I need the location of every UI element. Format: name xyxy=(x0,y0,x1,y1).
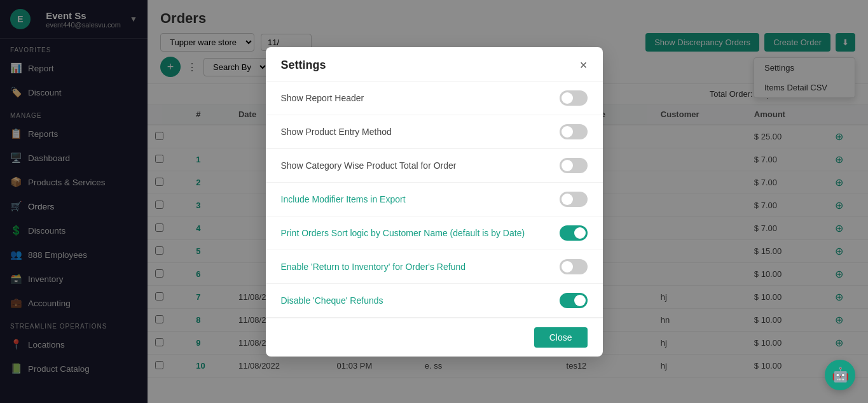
toggle-show-category-wise[interactable] xyxy=(560,158,588,173)
settings-label: Include Modifier Items in Export xyxy=(281,194,406,204)
settings-row-enable-return-inventory: Enable 'Return to Inventory' for Order's… xyxy=(266,250,603,284)
settings-modal: Settings × Show Report Header Show Produ… xyxy=(266,47,603,357)
settings-label: Enable 'Return to Inventory' for Order's… xyxy=(281,262,466,272)
settings-row-include-modifier: Include Modifier Items in Export xyxy=(266,183,603,216)
toggle-disable-cheque-refunds[interactable] xyxy=(560,293,588,308)
settings-label: Disable 'Cheque' Refunds xyxy=(281,295,383,306)
modal-title: Settings xyxy=(281,59,326,72)
settings-label: Show Category Wise Product Total for Ord… xyxy=(281,160,457,171)
toggle-enable-return-inventory[interactable] xyxy=(560,259,588,274)
modal-header: Settings × xyxy=(266,47,603,81)
modal-overlay[interactable]: Settings × Show Report Header Show Produ… xyxy=(0,0,868,403)
close-modal-button[interactable]: Close xyxy=(534,327,588,348)
settings-label: Print Orders Sort logic by Customer Name… xyxy=(281,228,525,238)
toggle-include-modifier[interactable] xyxy=(560,192,588,207)
settings-label: Show Product Entry Method xyxy=(281,127,392,137)
modal-body: Show Report Header Show Product Entry Me… xyxy=(266,81,603,318)
settings-row-show-product-entry: Show Product Entry Method xyxy=(266,115,603,149)
settings-row-disable-cheque-refunds: Disable 'Cheque' Refunds xyxy=(266,284,603,318)
settings-row-show-report-header: Show Report Header xyxy=(266,81,603,115)
settings-label: Show Report Header xyxy=(281,93,364,103)
settings-row-show-category-wise: Show Category Wise Product Total for Ord… xyxy=(266,149,603,183)
settings-row-print-orders-sort: Print Orders Sort logic by Customer Name… xyxy=(266,216,603,250)
toggle-show-report-header[interactable] xyxy=(560,90,588,106)
toggle-print-orders-sort[interactable] xyxy=(560,225,588,241)
toggle-show-product-entry[interactable] xyxy=(560,124,588,139)
modal-footer: Close xyxy=(266,318,603,357)
chatbot-button[interactable]: 🤖 xyxy=(825,360,855,390)
modal-close-button[interactable]: × xyxy=(580,59,588,71)
